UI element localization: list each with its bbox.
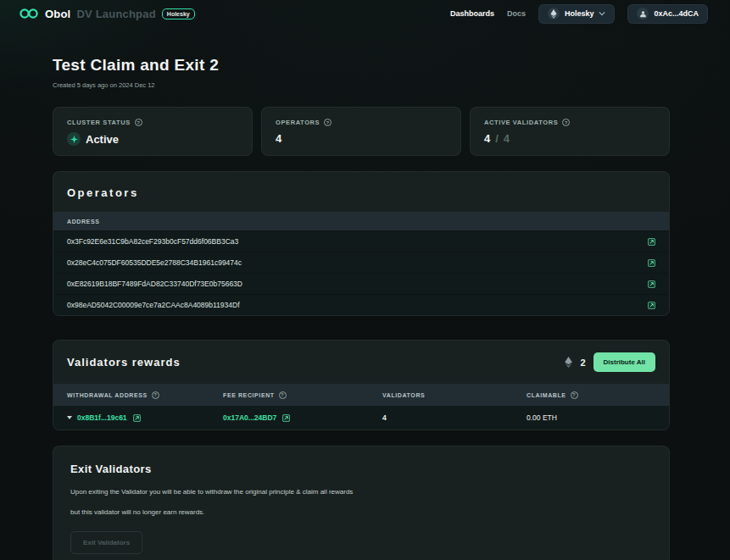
withdrawal-address-column: WITHDRAWAL ADDRESS ?	[67, 391, 223, 399]
cluster-status-card: CLUSTER STATUS ? Active	[53, 107, 253, 156]
nav-dashboards[interactable]: Dashboards	[450, 9, 494, 18]
help-icon[interactable]: ?	[152, 391, 159, 399]
address-column-header: ADDRESS	[67, 219, 99, 225]
operator-address: 0x28eC4c075DF60535DDE5e2788C34B1961c9947…	[67, 258, 242, 267]
active-validators-total: 4	[504, 132, 510, 145]
active-validators-separator: /	[495, 132, 499, 145]
validators-count-value: 4	[382, 413, 527, 422]
rewards-table-row: 0x8B1f...19c61 0x17A0...24BD7 4 0.00 ETH	[53, 406, 669, 430]
validators-column: VALIDATORS	[382, 392, 527, 398]
validators-column-label: VALIDATORS	[382, 392, 425, 398]
claimable-value: 0.00 ETH	[527, 413, 655, 422]
operator-address: 0x98eAD5042C00009e7ce7a2CAAc8A4089b11934…	[67, 301, 240, 309]
cluster-status-value: Active	[86, 133, 119, 146]
withdrawal-address-link[interactable]: 0x8B1f...19c61	[77, 413, 141, 422]
operator-address: 0xE82619B18BF7489FdAD82C33740Df73E0b7566…	[67, 280, 242, 288]
active-validators-label-row: ACTIVE VALIDATORS ?	[484, 119, 655, 126]
cluster-status-label: CLUSTER STATUS	[67, 119, 131, 126]
operators-header: Operators	[53, 172, 669, 212]
operators-value-row: 4	[276, 132, 447, 145]
operators-table-header: ADDRESS	[53, 212, 669, 230]
rewards-title: Validators rewards	[67, 356, 181, 369]
external-link-icon[interactable]	[282, 414, 290, 422]
operator-address: 0x3Fc92E6e31C9bA82ceF293b0cF57dd6f06BB3C…	[67, 237, 238, 246]
claimable-column-label: CLAIMABLE	[527, 392, 566, 398]
exit-validators-card: Exit Validators Upon exiting the Validat…	[53, 446, 670, 560]
header-right: Dashboards Docs Holesky 0xAc...4dCA	[450, 4, 708, 24]
expand-row-caret-icon[interactable]	[67, 416, 72, 419]
avatar-icon	[637, 8, 649, 19]
active-status-icon	[67, 132, 81, 146]
cluster-status-value-row: Active	[67, 132, 238, 146]
table-row: 0x3Fc92E6e31C9bA82ceF293b0cF57dd6f06BB3C…	[53, 230, 669, 252]
page-title: Test Claim and Exit 2	[53, 56, 670, 75]
active-validators-value-row: 4 / 4	[484, 132, 655, 145]
brand-product: DV Launchpad	[76, 8, 155, 20]
external-link-icon[interactable]	[133, 414, 141, 422]
external-link-icon[interactable]	[648, 238, 655, 246]
fee-recipient-column-label: FEE RECIPIENT	[223, 392, 275, 398]
active-validators-card: ACTIVE VALIDATORS ? 4 / 4	[470, 107, 670, 156]
nav-docs[interactable]: Docs	[507, 9, 526, 18]
help-icon[interactable]: ?	[135, 119, 142, 126]
table-row: 0xE82619B18BF7489FdAD82C33740Df73E0b7566…	[53, 273, 669, 294]
ethereum-icon	[565, 357, 572, 368]
withdrawal-address-column-label: WITHDRAWAL ADDRESS	[67, 392, 148, 398]
network-selector-label: Holesky	[565, 9, 594, 18]
help-icon[interactable]: ?	[279, 391, 287, 399]
active-validators-label: ACTIVE VALIDATORS	[484, 119, 558, 126]
brand: Obol DV Launchpad Holesky	[19, 8, 195, 20]
operators-card: Operators ADDRESS 0x3Fc92E6e31C9bA82ceF2…	[53, 171, 670, 316]
cluster-status-label-row: CLUSTER STATUS ?	[67, 119, 238, 126]
brand-name: Obol	[45, 8, 70, 20]
distribute-all-button[interactable]: Distribute All	[593, 352, 655, 372]
stats-row: CLUSTER STATUS ? Active OPERATORS ? 4 AC…	[53, 107, 670, 156]
help-icon[interactable]: ?	[562, 119, 570, 126]
operators-count: 4	[276, 132, 281, 145]
operators-label: OPERATORS	[276, 119, 320, 126]
wallet-button[interactable]: 0xAc...4dCA	[627, 4, 708, 24]
validators-rewards-card: Validators rewards 2 Distribute All WITH…	[53, 340, 670, 430]
ethereum-network-icon	[548, 8, 560, 19]
table-row: 0x28eC4c075DF60535DDE5e2788C34B1961c9947…	[53, 252, 669, 273]
exit-description-line1: Upon exiting the Validator you will be a…	[70, 488, 652, 496]
obol-logo-icon	[19, 8, 39, 19]
network-badge: Holesky	[162, 8, 195, 19]
wallet-address-label: 0xAc...4dCA	[654, 9, 699, 18]
fee-recipient-value: 0x17A0...24BD7	[223, 413, 276, 422]
app-header: Obol DV Launchpad Holesky Dashboards Doc…	[0, 0, 730, 27]
help-icon[interactable]: ?	[571, 391, 578, 399]
withdrawal-address-value: 0x8B1f...19c61	[77, 413, 127, 422]
table-row: 0x98eAD5042C00009e7ce7a2CAAc8A4089b11934…	[53, 294, 669, 315]
help-icon[interactable]: ?	[324, 119, 332, 126]
fee-recipient-link[interactable]: 0x17A0...24BD7	[223, 413, 382, 422]
external-link-icon[interactable]	[648, 259, 655, 267]
rewards-table-header: WITHDRAWAL ADDRESS ? FEE RECIPIENT ? VAL…	[53, 384, 669, 406]
rewards-header: Validators rewards 2 Distribute All	[53, 341, 669, 384]
page-subtitle: Created 5 days ago on 2024 Dec 12	[53, 81, 670, 89]
external-link-icon[interactable]	[648, 280, 655, 288]
rewards-header-right: 2 Distribute All	[565, 352, 655, 372]
active-validators-count: 4	[484, 132, 490, 145]
main-content: Test Claim and Exit 2 Created 5 days ago…	[53, 56, 670, 560]
chevron-down-icon	[599, 11, 605, 16]
operators-title: Operators	[67, 186, 655, 199]
operators-label-row: OPERATORS ?	[276, 119, 447, 126]
claimable-column: CLAIMABLE ?	[527, 391, 655, 399]
claimable-eth-count: 2	[580, 358, 585, 368]
exit-description-line2: but this validator will no longer earn r…	[70, 508, 652, 516]
network-selector-button[interactable]: Holesky	[538, 4, 616, 24]
operators-count-card: OPERATORS ? 4	[261, 107, 461, 156]
fee-recipient-column: FEE RECIPIENT ?	[223, 391, 382, 399]
exit-validators-title: Exit Validators	[70, 463, 652, 475]
exit-validators-button[interactable]: Exit Validators	[70, 531, 142, 554]
external-link-icon[interactable]	[648, 302, 655, 309]
